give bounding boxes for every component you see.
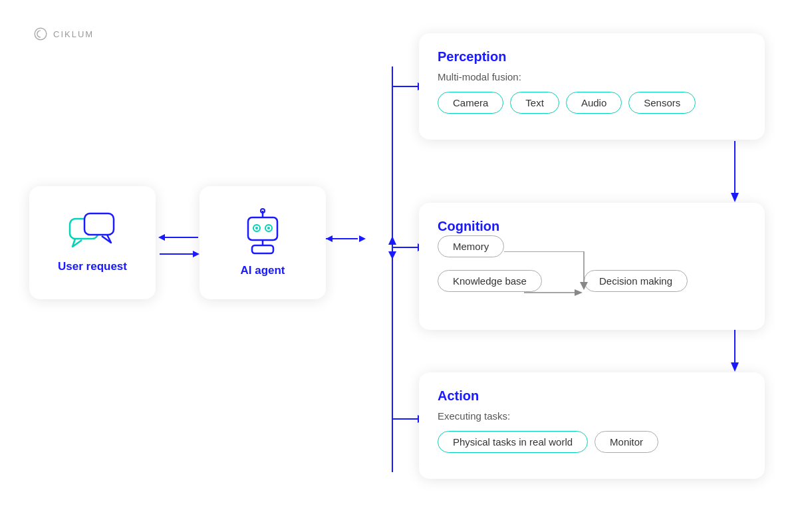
svg-point-7 — [255, 227, 258, 229]
svg-marker-27 — [359, 235, 366, 242]
perception-tag-sensors: Sensors — [628, 92, 696, 114]
memory-tag: Memory — [438, 235, 504, 257]
user-request-label: User request — [58, 260, 127, 273]
memory-to-decision-arrow — [504, 251, 637, 291]
action-tag-physical: Physical tasks in real world — [438, 431, 588, 453]
svg-marker-13 — [158, 234, 165, 241]
svg-marker-29 — [731, 193, 739, 202]
perception-title: Perception — [438, 49, 746, 65]
ciklum-logo-icon — [33, 27, 48, 41]
logo: CIKLUM — [33, 27, 94, 41]
svg-marker-19 — [388, 236, 396, 245]
svg-point-9 — [267, 227, 270, 229]
action-title: Action — [438, 388, 746, 404]
svg-rect-2 — [84, 213, 114, 235]
svg-marker-26 — [326, 235, 332, 242]
action-tags: Physical tasks in real world Monitor — [438, 431, 746, 453]
logo-text: CIKLUM — [53, 29, 94, 39]
arrow-user-to-ai — [158, 247, 200, 261]
perception-tags: Camera Text Audio Sensors — [438, 92, 746, 114]
perception-tag-camera: Camera — [438, 92, 503, 114]
perception-card: Perception Multi-modal fusion: Camera Te… — [419, 33, 765, 140]
arrow-perception-to-cognition — [728, 141, 741, 202]
cognition-title: Cognition — [438, 219, 746, 234]
action-tag-monitor: Monitor — [595, 431, 658, 453]
svg-rect-11 — [252, 245, 273, 253]
perception-tag-text: Text — [510, 92, 559, 114]
arrow-ai-to-user — [158, 231, 200, 244]
ai-agent-label: AI agent — [240, 264, 285, 277]
svg-marker-31 — [731, 362, 739, 372]
action-subtitle: Executing tasks: — [438, 410, 746, 422]
svg-marker-36 — [575, 289, 583, 296]
main-spine — [359, 66, 426, 472]
svg-marker-15 — [193, 251, 200, 257]
svg-marker-20 — [388, 251, 396, 259]
ai-agent-card: AI agent — [200, 186, 326, 299]
perception-subtitle: Multi-modal fusion: — [438, 71, 746, 82]
arrow-agent-to-spine — [326, 232, 366, 245]
user-request-card: User request — [29, 186, 156, 299]
chat-bubbles-icon — [68, 212, 116, 252]
perception-tag-audio: Audio — [566, 92, 622, 114]
robot-icon — [239, 208, 287, 256]
svg-point-0 — [35, 28, 47, 40]
cognition-card: Cognition Memory Knowledge base Decision… — [419, 203, 765, 330]
action-card: Action Executing tasks: Physical tasks i… — [419, 372, 765, 479]
svg-rect-5 — [248, 217, 277, 240]
kb-to-decision-arrow — [524, 286, 584, 299]
